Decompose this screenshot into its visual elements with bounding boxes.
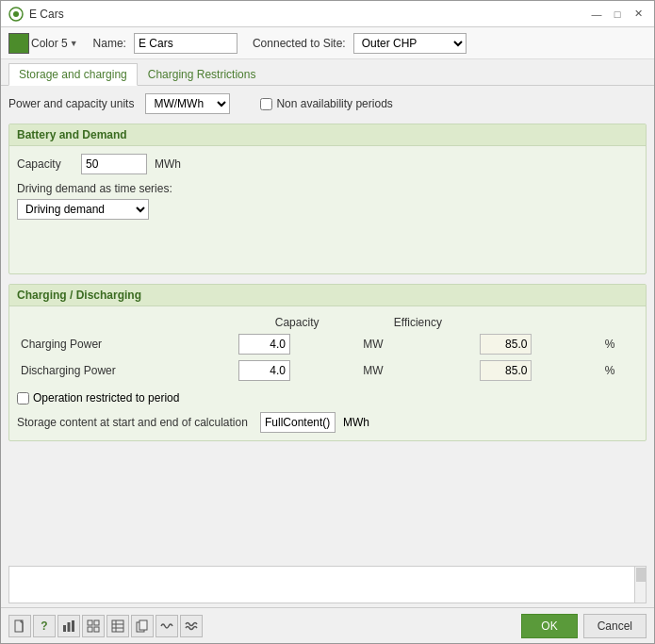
charging-capacity-input[interactable] [238, 334, 290, 355]
maximize-button[interactable]: □ [609, 6, 626, 23]
app-icon [8, 7, 24, 22]
storage-content-unit: MWh [343, 416, 369, 429]
title-bar: E Cars — □ ✕ [1, 1, 654, 27]
discharging-capacity-input[interactable] [238, 360, 290, 381]
non-availability-label[interactable]: Non availability periods [260, 97, 392, 110]
non-availability-checkbox[interactable] [260, 98, 272, 110]
chart-button[interactable] [57, 615, 80, 637]
site-label: Connected to Site: [253, 37, 346, 50]
cd-efficiency-header: Efficiency [359, 314, 476, 331]
bottom-toolbar: ? [1, 607, 654, 643]
units-select[interactable]: MW/MWh kW/kWh [145, 93, 230, 114]
battery-section-header: Battery and Demand [9, 124, 646, 146]
cd-section-header: Charging / Discharging [9, 285, 646, 306]
discharging-pct-unit: % [605, 364, 615, 377]
discharging-mw-unit: MW [363, 364, 383, 377]
name-input[interactable] [134, 33, 237, 54]
help-button[interactable]: ? [33, 615, 56, 637]
discharging-unit-cell: MW [359, 357, 476, 384]
tab-charging-restrictions[interactable]: Charging Restrictions [138, 63, 267, 85]
charging-efficiency-cell [476, 331, 600, 357]
ok-button[interactable]: OK [521, 614, 577, 638]
main-window: E Cars — □ ✕ Color 5 ▼ Name: Connected t… [0, 0, 655, 644]
log-scrollbar[interactable] [634, 567, 646, 603]
title-controls: — □ ✕ [588, 6, 647, 23]
svg-rect-6 [68, 622, 71, 632]
svg-rect-11 [94, 627, 99, 632]
capacity-label: Capacity [17, 157, 74, 171]
charging-efficiency-input[interactable] [480, 334, 532, 355]
log-area [8, 566, 647, 603]
site-select[interactable]: Outer CHP [353, 33, 467, 54]
svg-rect-9 [94, 620, 99, 625]
svg-rect-10 [88, 627, 92, 632]
discharging-row: Discharging Power MW % [17, 357, 638, 384]
log-scrollbar-thumb [636, 568, 646, 582]
operation-restricted-label: Operation restricted to period [33, 391, 179, 405]
wave2-button[interactable] [180, 615, 203, 637]
cancel-button[interactable]: Cancel [583, 614, 647, 638]
cd-section-content: Capacity Efficiency Charging Power MW [9, 306, 646, 440]
close-button[interactable]: ✕ [630, 6, 647, 23]
window-title: E Cars [29, 8, 64, 21]
table-button[interactable] [106, 615, 129, 637]
minimize-button[interactable]: — [588, 6, 605, 23]
wave-icon [160, 619, 173, 633]
battery-section-content: Capacity MWh Driving demand as time seri… [9, 146, 646, 227]
tab-storage[interactable]: Storage and charging [8, 63, 138, 86]
charging-label: Charging Power [17, 331, 235, 357]
name-label: Name: [93, 37, 126, 50]
help-icon: ? [41, 619, 47, 633]
charging-unit-cell: MW [359, 331, 476, 357]
units-row: Power and capacity units MW/MWh kW/kWh N… [8, 93, 647, 114]
charging-row: Charging Power MW % [17, 331, 638, 357]
discharging-efficiency-cell [476, 357, 600, 384]
storage-content-label: Storage content at start and end of calc… [17, 416, 253, 429]
capacity-input[interactable] [81, 154, 147, 174]
table-icon [111, 619, 124, 633]
color-label: Color 5 [31, 37, 68, 50]
cd-capacity-header: Capacity [235, 314, 359, 331]
color-dropdown[interactable]: Color 5 ▼ [8, 33, 78, 54]
charging-discharging-section: Charging / Discharging Capacity Efficien… [8, 284, 647, 441]
operation-restricted-row: Operation restricted to period [17, 391, 638, 405]
operation-restricted-checkbox[interactable] [17, 392, 29, 405]
cd-empty-header [17, 314, 235, 331]
svg-point-1 [13, 11, 19, 17]
copy-button[interactable] [131, 615, 154, 637]
wave2-icon [185, 619, 198, 633]
color-dropdown-arrow[interactable]: ▼ [70, 39, 78, 48]
charging-mw-unit: MW [363, 338, 383, 351]
discharging-eff-unit-cell: % [601, 357, 638, 384]
driving-select[interactable]: Driving demand [17, 199, 149, 220]
svg-rect-8 [88, 620, 92, 625]
wave-button[interactable] [156, 615, 178, 637]
charging-eff-unit-cell: % [601, 331, 638, 357]
chart-icon [62, 619, 75, 633]
copy-icon [136, 619, 149, 633]
cd-table: Capacity Efficiency Charging Power MW [17, 314, 638, 384]
toolbar-icons: ? [8, 615, 203, 637]
discharging-label: Discharging Power [17, 357, 235, 384]
grid-button[interactable] [82, 615, 105, 637]
charging-pct-unit: % [605, 338, 615, 351]
units-label: Power and capacity units [8, 97, 134, 110]
storage-content-input[interactable] [260, 412, 336, 433]
capacity-unit: MWh [155, 157, 181, 171]
driving-label: Driving demand as time series: [17, 182, 638, 195]
content-area: Power and capacity units MW/MWh kW/kWh N… [1, 86, 654, 566]
svg-rect-17 [139, 620, 147, 630]
svg-rect-7 [72, 620, 74, 632]
file-button[interactable] [8, 615, 31, 637]
battery-demand-section: Battery and Demand Capacity MWh Driving … [8, 124, 647, 274]
toolbar-row: Color 5 ▼ Name: Connected to Site: Outer… [1, 27, 654, 59]
color-swatch[interactable] [8, 33, 29, 54]
charging-capacity-cell [235, 331, 359, 357]
svg-rect-12 [112, 620, 123, 632]
file-icon [13, 619, 26, 633]
storage-content-row: Storage content at start and end of calc… [17, 412, 638, 433]
dialog-buttons: OK Cancel [521, 614, 647, 638]
discharging-efficiency-input[interactable] [480, 360, 532, 381]
grid-icon [87, 619, 100, 633]
discharging-capacity-cell [235, 357, 359, 384]
